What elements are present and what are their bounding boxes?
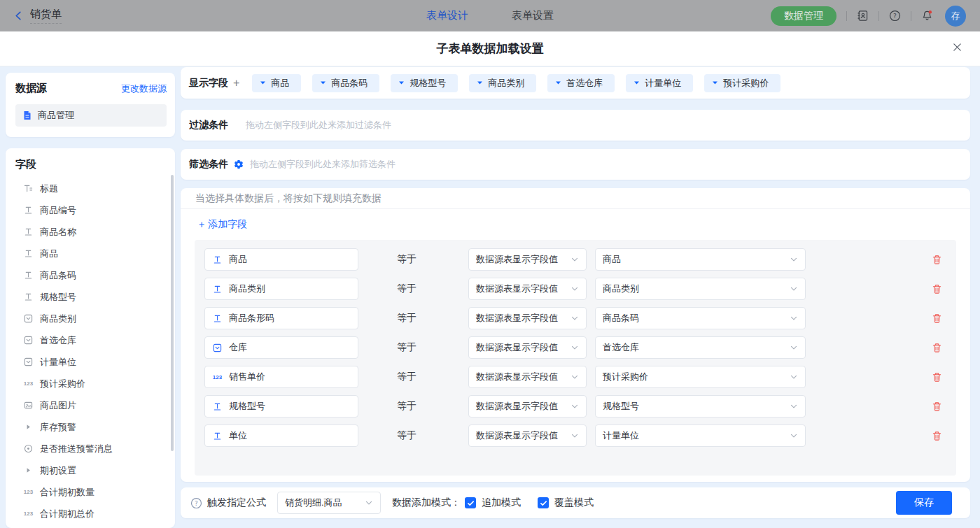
field-item[interactable]: 123合计期初总价 — [6, 503, 175, 525]
datasource-title: 数据源 — [15, 82, 47, 95]
rule-value-select[interactable]: 商品类别 — [595, 278, 806, 300]
text-icon — [212, 431, 223, 441]
rule-source-select[interactable]: 数据源表显示字段值 — [468, 336, 587, 359]
help-icon[interactable]: ? — [889, 10, 901, 22]
field-label: 商品类别 — [40, 313, 76, 325]
field-item[interactable]: 规格型号 — [6, 286, 175, 308]
rule-field-label: 销售单价 — [229, 371, 265, 383]
rule-value-select[interactable]: 商品条码 — [595, 307, 806, 329]
rule-value-select[interactable]: 首选仓库 — [595, 336, 806, 359]
rule-value-select[interactable]: 商品 — [595, 248, 806, 271]
divider — [846, 11, 847, 21]
rule-source-select[interactable]: 数据源表显示字段值 — [468, 366, 587, 388]
add-display-field-button[interactable]: + — [233, 77, 239, 90]
rule-field-select[interactable]: 商品类别 — [204, 278, 358, 300]
chip-label: 商品条码 — [331, 77, 368, 90]
rule-source-select[interactable]: 数据源表显示字段值 — [468, 278, 587, 300]
bell-icon[interactable] — [921, 10, 933, 22]
rule-field-select[interactable]: 规格型号 — [204, 395, 358, 418]
rule-field-label: 商品类别 — [229, 283, 265, 295]
checkbox-icon[interactable] — [465, 497, 476, 508]
field-item[interactable]: 是否推送预警消息 — [6, 438, 175, 459]
avatar[interactable]: 存 — [945, 6, 966, 27]
caret-down-icon — [320, 80, 326, 86]
rule-value-select[interactable]: 规格型号 — [595, 395, 806, 418]
title-icon — [23, 184, 34, 193]
rule-operator: 等于 — [397, 283, 418, 295]
rule-source-label: 数据源表显示字段值 — [476, 429, 558, 442]
delete-rule-button[interactable] — [932, 401, 942, 412]
display-field-chip[interactable]: 商品 — [252, 74, 301, 92]
display-field-chip[interactable]: 商品类别 — [469, 74, 536, 92]
field-item[interactable]: 标题 — [6, 178, 175, 199]
field-item[interactable]: 计量单位 — [6, 351, 175, 373]
formula-select[interactable]: 销货明细.商品 — [277, 492, 381, 514]
delete-rule-button[interactable] — [932, 343, 942, 353]
add-field-button[interactable]: + 添加字段 — [199, 218, 247, 231]
field-item[interactable]: 商品类别 — [6, 308, 175, 329]
mode-option[interactable]: 覆盖模式 — [538, 497, 594, 509]
close-icon[interactable] — [953, 43, 962, 52]
field-item[interactable]: 商品编号 — [6, 199, 175, 221]
rule-field-select[interactable]: 仓库 — [204, 336, 358, 359]
filter-label: 过滤条件 — [189, 119, 228, 131]
chevron-down-icon — [790, 255, 798, 264]
text-icon — [23, 292, 34, 301]
display-field-chip[interactable]: 预计采购价 — [704, 74, 780, 92]
display-field-chip[interactable]: 商品条码 — [312, 74, 379, 92]
rule-source-label: 数据源表显示字段值 — [476, 341, 558, 354]
rule-row: 商品等于数据源表显示字段值商品 — [204, 248, 946, 271]
text-icon — [23, 206, 34, 215]
display-field-chip[interactable]: 规格型号 — [391, 74, 458, 92]
scrollbar-thumb[interactable] — [171, 175, 174, 451]
rule-field-select[interactable]: 商品条形码 — [204, 307, 358, 329]
rule-source-select[interactable]: 数据源表显示字段值 — [468, 307, 587, 329]
mode-label: 覆盖模式 — [554, 497, 594, 509]
rule-field-select[interactable]: 商品 — [204, 248, 358, 271]
delete-rule-button[interactable] — [932, 313, 942, 324]
text-icon — [212, 402, 223, 411]
help-circle-icon[interactable]: ? — [190, 497, 202, 509]
tab-0[interactable]: 表单设计 — [426, 9, 468, 22]
checkbox-icon[interactable] — [538, 497, 549, 508]
save-button[interactable]: 保存 — [896, 491, 952, 515]
display-field-chip[interactable]: 首选仓库 — [547, 74, 615, 92]
field-item[interactable]: 123预计采购价 — [6, 373, 175, 394]
filter-row[interactable]: 过滤条件 拖动左侧字段到此处来添加过滤条件 — [181, 110, 970, 141]
sift-label: 筛选条件 — [189, 158, 228, 171]
rule-value-select[interactable]: 计量单位 — [595, 424, 806, 447]
field-item[interactable]: 期初设置 — [6, 459, 175, 481]
rule-source-select[interactable]: 数据源表显示字段值 — [468, 248, 587, 271]
sift-row[interactable]: 筛选条件 拖动左侧字段到此处来添加筛选条件 — [181, 149, 970, 180]
rule-source-select[interactable]: 数据源表显示字段值 — [468, 424, 587, 447]
field-item[interactable]: 首选仓库 — [6, 329, 175, 351]
data-manage-button[interactable]: 数据管理 — [771, 6, 836, 26]
mode-checkboxes: 追加模式覆盖模式 — [461, 497, 594, 509]
mode-option[interactable]: 追加模式 — [465, 497, 521, 509]
change-datasource-link[interactable]: 更改数据源 — [121, 83, 167, 95]
chevron-down-icon — [790, 402, 798, 411]
combo-icon — [212, 343, 223, 352]
field-item[interactable]: 商品 — [6, 243, 175, 264]
delete-rule-button[interactable] — [932, 431, 942, 441]
delete-rule-button[interactable] — [932, 372, 942, 383]
delete-rule-button[interactable] — [932, 255, 942, 265]
svg-text:?: ? — [195, 499, 198, 506]
rule-field-select[interactable]: 单位 — [204, 424, 358, 447]
field-item[interactable]: 123合计期初数量 — [6, 481, 175, 503]
delete-rule-button[interactable] — [932, 284, 942, 294]
rules-table: 商品等于数据源表显示字段值商品商品类别等于数据源表显示字段值商品类别商品条形码等… — [195, 240, 956, 476]
rule-value-select[interactable]: 预计采购价 — [595, 366, 806, 388]
datasource-item[interactable]: 商品管理 — [15, 104, 167, 127]
contacts-icon[interactable] — [857, 10, 869, 22]
rule-source-select[interactable]: 数据源表显示字段值 — [468, 395, 587, 418]
gear-icon[interactable] — [234, 159, 244, 169]
rule-field-select[interactable]: 123销售单价 — [204, 366, 358, 388]
field-item[interactable]: 商品条码 — [6, 264, 175, 286]
tab-1[interactable]: 表单设置 — [512, 9, 554, 22]
field-item[interactable]: 商品名称 — [6, 221, 175, 243]
field-item[interactable]: 库存预警 — [6, 416, 175, 438]
display-field-chip[interactable]: 计量单位 — [626, 74, 693, 92]
field-label: 合计期初总价 — [40, 508, 94, 520]
field-item[interactable]: 商品图片 — [6, 394, 175, 416]
